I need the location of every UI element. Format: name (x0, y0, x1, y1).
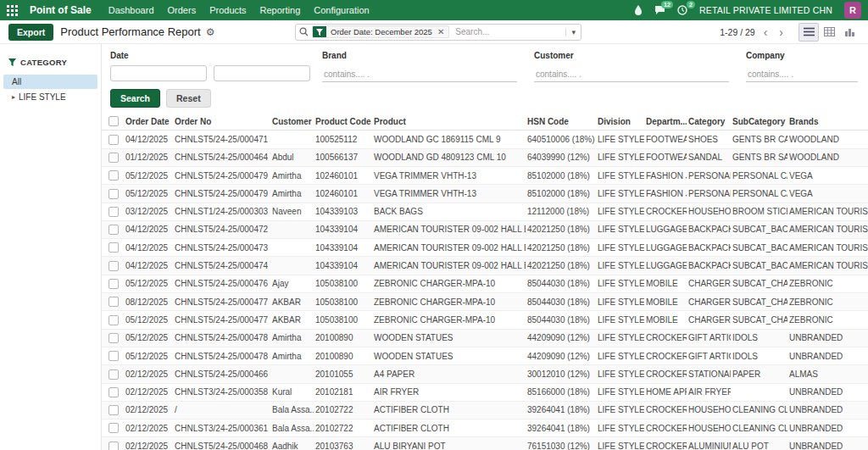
cell-order-date: 05/12/2025 (124, 329, 173, 347)
cell-product: ACTIFIBER CLOTH (372, 419, 526, 437)
company-input[interactable] (746, 67, 858, 82)
column-header-brands[interactable]: Brands (787, 113, 868, 131)
table-row[interactable]: 05/12/2025CHNLST5/24-25/000478Amirtha201… (102, 347, 868, 364)
table-row[interactable]: 04/12/2025CHNLST5/24-25/000471100525112W… (102, 131, 868, 148)
row-checkbox[interactable] (108, 405, 119, 415)
inkdrop-icon[interactable] (634, 5, 643, 15)
app-brand[interactable]: Point of Sale (30, 4, 92, 16)
sidebar-item-life-style[interactable]: ▸LIFE STYLE (3, 90, 97, 104)
row-checkbox[interactable] (108, 170, 119, 181)
user-avatar[interactable]: R (844, 2, 861, 19)
nav-item-dashboard[interactable]: Dashboard (108, 5, 154, 15)
table-row[interactable]: 05/12/2025CHNLST5/24-25/000479Amirtha102… (102, 185, 868, 203)
pager-prev-icon[interactable]: ‹ (760, 27, 771, 37)
expand-caret-icon[interactable]: ▸ (12, 93, 15, 101)
table-row[interactable]: 03/12/2025CHNLST1/24-25/000303Naveen1043… (102, 203, 868, 220)
facet-remove-icon[interactable]: ✕ (437, 27, 448, 36)
graph-view-icon[interactable] (839, 23, 860, 42)
company-switcher[interactable]: RETAIL PRIVATE LIMITED CHN (699, 5, 832, 15)
sidebar-item-all[interactable]: All (3, 75, 97, 89)
cell-order-no: / (173, 401, 270, 419)
table-row[interactable]: 02/12/2025/Bala Assa...20102722ACTIFIBER… (102, 401, 868, 419)
apps-grid-icon[interactable] (7, 5, 18, 16)
filter-reset-button[interactable]: Reset (166, 89, 211, 108)
table-row[interactable]: 02/12/2025CHNLST5/24-25/000468 RE...Aadh… (102, 437, 868, 450)
column-header-order-date[interactable]: Order Date (124, 113, 173, 131)
table-row[interactable]: 04/12/2025CHNLST5/24-25/000473104339104A… (102, 239, 868, 257)
nav-item-products[interactable]: Products (209, 5, 246, 15)
select-all-checkbox[interactable] (108, 116, 119, 126)
column-header-product[interactable]: Product (372, 113, 526, 131)
row-checkbox[interactable] (108, 261, 119, 271)
pager-next-icon[interactable]: › (776, 27, 787, 37)
activity-clock-icon[interactable]: 2 (677, 5, 687, 15)
cell-subcategory: IDOLS (731, 329, 787, 347)
row-checkbox[interactable] (108, 279, 119, 289)
search-input[interactable]: Search... (455, 27, 565, 36)
cell-product-code: 20102181 (314, 383, 372, 401)
column-header-departm-[interactable]: Departm... (644, 113, 687, 131)
table-row[interactable]: 02/12/2025CHNLST3/24-25/000358Kural20102… (102, 383, 868, 401)
nav-item-reporting[interactable]: Reporting (260, 5, 301, 15)
row-checkbox[interactable] (108, 189, 119, 199)
search-dropdown-icon[interactable]: ▾ (565, 28, 577, 36)
table-row[interactable]: 02/12/2025CHNLST3/24-25/000361Bala Assa.… (102, 419, 868, 437)
column-header-category[interactable]: Category (687, 113, 731, 131)
table-row[interactable]: 08/12/2025CHNLST5/24-25/000477 RE...AKBA… (102, 293, 868, 311)
cell-division: LIFE STYLE (596, 148, 644, 166)
cell-order-date: 02/12/2025 (124, 419, 173, 437)
gear-icon[interactable]: ⚙ (206, 26, 215, 38)
cell-brands: ZEBRONIC (787, 293, 868, 311)
brand-filter-label: Brand (322, 51, 534, 60)
date-to-input[interactable] (214, 65, 310, 81)
row-checkbox[interactable] (108, 369, 119, 380)
cell-product-code: 20101055 (314, 365, 372, 383)
cell-category: STATIONARY (687, 365, 731, 383)
list-view-icon[interactable] (798, 23, 819, 42)
table-row[interactable]: 05/12/2025CHNLST5/24-25/000478 RE...Amir… (102, 329, 868, 347)
cell-category: BACKPACK (687, 257, 731, 275)
column-header-product-code[interactable]: Product Code (314, 113, 372, 131)
cell-category: SANDAL (687, 148, 731, 166)
row-checkbox[interactable] (108, 153, 119, 163)
column-header-customer[interactable]: Customer (270, 113, 314, 131)
row-checkbox[interactable] (108, 135, 119, 145)
table-row[interactable]: 05/12/2025CHNLST5/24-25/000476Ajay105038… (102, 275, 868, 292)
row-checkbox[interactable] (108, 387, 119, 397)
date-from-input[interactable] (110, 65, 207, 81)
brand-input[interactable] (322, 67, 517, 82)
cell-order-date: 04/12/2025 (124, 239, 173, 257)
row-checkbox[interactable] (108, 315, 119, 325)
row-checkbox[interactable] (108, 333, 119, 343)
customer-input[interactable] (534, 67, 729, 82)
table-row[interactable]: 02/12/2025CHNLST5/24-25/00046620101055A4… (102, 365, 868, 383)
table-row[interactable]: 04/12/2025CHNLST5/24-25/000474104339104A… (102, 257, 868, 275)
cell-subcategory: GENTS BR CAS ... (731, 131, 787, 148)
row-checkbox[interactable] (108, 442, 119, 450)
row-checkbox[interactable] (108, 242, 119, 253)
row-checkbox[interactable] (108, 423, 119, 433)
pivot-view-icon[interactable] (819, 23, 839, 42)
nav-item-orders[interactable]: Orders (168, 5, 197, 15)
sidebar-item-label: LIFE STYLE (19, 92, 66, 102)
column-header-order-no[interactable]: Order No (173, 113, 270, 131)
filter-search-button[interactable]: Search (110, 89, 160, 108)
column-header-division[interactable]: Division (596, 113, 644, 131)
table-row[interactable]: 04/12/2025CHNLST5/24-25/000472104339104A… (102, 220, 868, 238)
row-checkbox[interactable] (108, 297, 119, 307)
column-header-hsn-code[interactable]: HSN Code (526, 113, 596, 131)
cell-product: BACK BAGS (372, 203, 526, 220)
nav-item-configuration[interactable]: Configuration (314, 5, 369, 15)
row-checkbox[interactable] (108, 207, 119, 217)
row-checkbox[interactable] (108, 351, 119, 361)
export-button[interactable]: Export (8, 24, 53, 41)
column-header-subcategory[interactable]: SubCategory (731, 113, 787, 131)
table-row[interactable]: 05/12/2025CHNLST5/24-25/000479 RE...Amir… (102, 166, 868, 184)
row-checkbox[interactable] (108, 225, 119, 235)
cell-division: LIFE STYLE (596, 437, 644, 450)
search-bar[interactable]: Order Date: December 2025 ✕ Search... ▾ (295, 24, 581, 41)
table-row[interactable]: 05/12/2025CHNLST5/24-25/000477AKBAR10503… (102, 311, 868, 329)
filter-facet[interactable]: Order Date: December 2025 ✕ (312, 25, 449, 38)
table-row[interactable]: 01/12/2025CHNLST5/24-25/000464Abdul10056… (102, 148, 868, 166)
messages-icon[interactable]: 12 (654, 5, 665, 15)
